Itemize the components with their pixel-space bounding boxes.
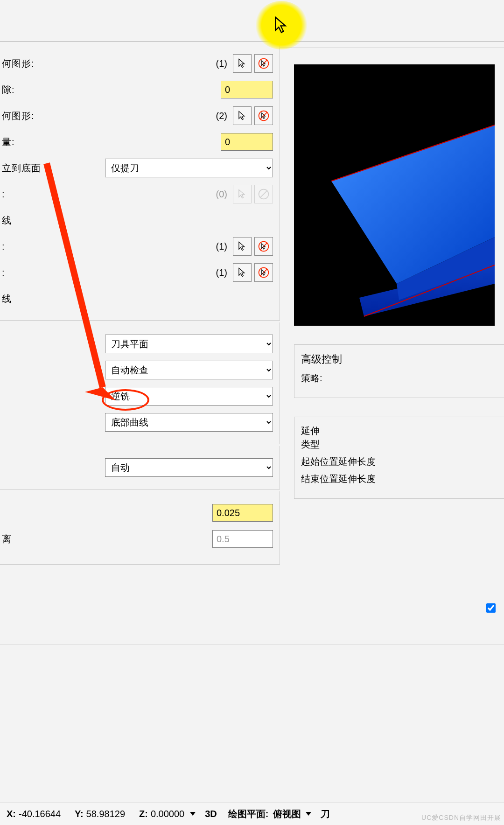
svg-line-5 — [260, 190, 267, 198]
extension-start-label: 起始位置延伸长度 — [301, 455, 499, 468]
strategy-label: 策略: — [301, 372, 499, 385]
extension-end-label: 结束位置延伸长度 — [301, 473, 499, 485]
status-y: 58.98129 — [86, 809, 125, 819]
status-mode[interactable]: 3D — [205, 809, 217, 819]
label-to-bottom: 立到底面 — [0, 162, 54, 175]
label-gap: 隙: — [0, 84, 56, 96]
label-geometry-1: 何图形: — [0, 57, 56, 70]
label-blank-3: : — [0, 267, 56, 278]
count-3: (1) — [216, 241, 227, 252]
select-button-2[interactable] — [233, 106, 252, 125]
clear-button-disabled — [254, 185, 273, 203]
clear-button-4[interactable] — [254, 263, 273, 282]
extension-type-label: 类型 — [301, 438, 499, 451]
clear-button-2[interactable] — [254, 106, 273, 125]
status-plane[interactable]: 俯视图 — [273, 808, 301, 820]
checkbox-input[interactable] — [486, 603, 496, 613]
dropdown-icon[interactable] — [306, 812, 311, 816]
select-button-4[interactable] — [233, 263, 252, 282]
tolerance-input[interactable] — [212, 504, 273, 522]
retract-combo[interactable]: 仅提刀 — [105, 159, 273, 177]
amount-input[interactable] — [221, 133, 273, 151]
count-0: (0) — [216, 189, 227, 200]
status-z-label: Z: — [139, 809, 148, 819]
left-panel: 何图形: (1) 隙: 何图形: — [0, 42, 280, 566]
advanced-control-panel: 高级控制 策略: — [294, 344, 504, 398]
extension-title: 延伸 — [301, 425, 499, 437]
clear-button-1[interactable] — [254, 54, 273, 73]
status-y-label: Y: — [75, 809, 84, 819]
status-x: -40.16644 — [19, 809, 61, 819]
cursor-spotlight — [255, 1, 308, 49]
extension-panel: 延伸 类型 起始位置延伸长度 结束位置延伸长度 — [294, 417, 504, 499]
label-curve-1: 线 — [0, 214, 56, 227]
select-button-disabled — [233, 185, 252, 203]
label-distance: 离 — [0, 533, 56, 545]
milling-direction-combo[interactable]: 逆铣 — [105, 387, 273, 406]
label-amount: 量: — [0, 136, 56, 148]
label-curve-2: 线 — [0, 293, 56, 305]
status-z: 0.00000 — [151, 809, 184, 819]
watermark: UC爱CSDN自学网田开展 — [421, 814, 501, 822]
status-tail: 刀 — [321, 808, 330, 820]
auto-check-combo[interactable]: 自动检查 — [105, 361, 273, 379]
select-button-1[interactable] — [233, 54, 252, 73]
auto-combo[interactable]: 自动 — [105, 458, 273, 477]
count-1: (1) — [216, 58, 227, 69]
gap-input[interactable] — [221, 81, 273, 98]
count-4: (1) — [216, 267, 227, 278]
title-bar — [0, 0, 504, 42]
right-panel: 高级控制 策略: 延伸 类型 起始位置延伸长度 结束位置延伸长度 — [294, 64, 504, 499]
dropdown-icon[interactable] — [190, 812, 196, 816]
cursor-icon — [273, 16, 290, 35]
bottom-checkbox[interactable] — [484, 602, 498, 614]
clear-button-3[interactable] — [254, 237, 273, 256]
divider — [0, 644, 504, 644]
label-blank-2: : — [0, 241, 56, 252]
label-blank-1: : — [0, 189, 56, 200]
bottom-curve-combo[interactable]: 底部曲线 — [105, 413, 273, 432]
preview-viewport[interactable] — [294, 64, 495, 326]
status-x-label: X: — [7, 809, 16, 819]
select-button-3[interactable] — [233, 237, 252, 256]
advanced-control-title: 高级控制 — [301, 352, 499, 366]
label-geometry-2: 何图形: — [0, 110, 56, 122]
tool-plane-combo[interactable]: 刀具平面 — [105, 335, 273, 353]
distance-input — [212, 530, 273, 548]
status-plane-label: 绘图平面: — [228, 808, 269, 820]
count-2: (2) — [216, 111, 227, 121]
